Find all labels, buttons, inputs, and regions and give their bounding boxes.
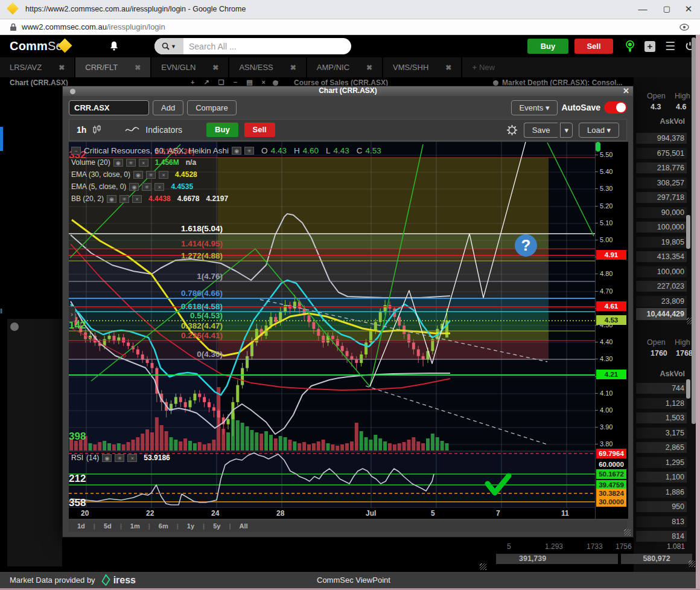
timeframe-All[interactable]: All bbox=[231, 522, 256, 530]
askvol-row[interactable]: 1,886 bbox=[636, 487, 687, 498]
tab-AMP/NIC[interactable]: AMP/NIC✖ bbox=[307, 57, 383, 77]
timeframe-1d[interactable]: 1d bbox=[69, 522, 94, 530]
askvol-row[interactable]: 218,776 bbox=[636, 162, 687, 173]
interval-selector[interactable]: 1h bbox=[77, 125, 86, 135]
timeframe-1m[interactable]: 1m bbox=[122, 522, 148, 530]
askvol-row[interactable]: 1,100 bbox=[636, 472, 687, 483]
askvol-row[interactable]: 814 bbox=[636, 531, 687, 542]
gear-icon[interactable]: ✳ bbox=[126, 159, 136, 167]
autosave-toggle[interactable] bbox=[604, 101, 627, 114]
add-button[interactable]: Add bbox=[153, 100, 183, 115]
askvol-row[interactable]: 813 bbox=[636, 516, 687, 527]
askvol-row[interactable]: 100,000 bbox=[636, 222, 687, 232]
eye-icon[interactable] bbox=[679, 24, 689, 31]
gear-icon[interactable]: ✳ bbox=[244, 147, 254, 155]
askvol-row[interactable]: 23,809 bbox=[636, 296, 687, 307]
collapse-icon[interactable]: − bbox=[71, 147, 81, 155]
browser-scrollbar[interactable] bbox=[692, 37, 696, 424]
search-scope-dropdown[interactable]: ▼ bbox=[154, 38, 183, 54]
tab-ASN/ESS[interactable]: ASN/ESS✖ bbox=[229, 57, 307, 77]
save-caret-button[interactable]: ▾ bbox=[560, 123, 573, 138]
eye-icon[interactable]: ◉ bbox=[133, 171, 143, 179]
save-button[interactable]: Save bbox=[524, 123, 558, 138]
sell-button[interactable]: Sell bbox=[574, 39, 613, 54]
askvol-row[interactable]: 1,128 bbox=[636, 398, 687, 409]
notifications-bell-icon[interactable] bbox=[109, 40, 119, 52]
askvol-row[interactable]: 1,295 bbox=[636, 457, 687, 468]
lightbulb-icon[interactable] bbox=[625, 40, 635, 53]
eye-icon[interactable]: ◉ bbox=[113, 159, 123, 167]
tab-LRS/AVZ[interactable]: LRS/AVZ✖ bbox=[0, 57, 75, 77]
askvol-row[interactable]: 100,000 bbox=[636, 266, 687, 277]
tab-CRR/FLT[interactable]: CRR/FLT✖ bbox=[75, 57, 151, 77]
tab-close-icon[interactable]: ✖ bbox=[366, 63, 372, 72]
chart-window-titlebar[interactable]: Chart (CRR.ASX) ✕ bbox=[63, 86, 633, 96]
chart-window[interactable]: Chart (CRR.ASX) ✕ CRR.ASX Add Compare Ev… bbox=[62, 86, 634, 537]
question-mark-icon[interactable]: ? bbox=[515, 234, 537, 257]
tab-close-icon[interactable]: ✖ bbox=[212, 63, 218, 72]
askvol-row[interactable]: 950 bbox=[636, 501, 687, 512]
left-grip-icon[interactable]: ‖ bbox=[0, 308, 2, 315]
tab-close-icon[interactable]: ✖ bbox=[445, 63, 451, 72]
timeframe-1y[interactable]: 1y bbox=[179, 522, 203, 530]
askvol-row[interactable]: 297,718 bbox=[636, 192, 687, 203]
askvol-row[interactable]: 994,378 bbox=[636, 133, 687, 144]
eye-icon[interactable]: ◉ bbox=[102, 454, 112, 462]
resize-handle[interactable] bbox=[480, 563, 486, 570]
tab-VMS/SHH[interactable]: VMS/SHH✖ bbox=[383, 57, 462, 77]
askvol-row[interactable]: 675,501 bbox=[636, 148, 687, 159]
chart-area[interactable]: 1.618(5.04)1.414(4.95)1.272(4.88)1(4.76)… bbox=[69, 142, 628, 519]
minimize-button[interactable]: — bbox=[634, 2, 652, 17]
scrollbar-thumb[interactable] bbox=[686, 379, 690, 399]
askvol-row[interactable]: 308,257 bbox=[636, 178, 687, 188]
tab-EVN/GLN[interactable]: EVN/GLN✖ bbox=[151, 57, 229, 77]
close-icon[interactable]: × bbox=[159, 171, 168, 179]
eye-icon[interactable]: ◉ bbox=[107, 195, 116, 203]
maximize-button[interactable]: ▢ bbox=[658, 2, 676, 17]
askvol-row[interactable]: 90,000 bbox=[636, 207, 687, 218]
gear-icon[interactable]: ✳ bbox=[115, 454, 124, 462]
url-bar[interactable]: www2.commsec.com.au/iressplugin/login bbox=[0, 19, 700, 35]
price-axis[interactable]: 5.505.405.305.205.105.004.904.804.704.60… bbox=[595, 142, 628, 519]
chart-plot[interactable]: 1.618(5.04)1.414(4.95)1.272(4.88)1(4.76)… bbox=[69, 142, 595, 519]
tab-close-icon[interactable]: ✖ bbox=[290, 63, 296, 72]
search-box[interactable]: ▼ Search All ... bbox=[154, 38, 351, 54]
gear-icon[interactable]: ✳ bbox=[142, 183, 151, 191]
resize-handle[interactable] bbox=[689, 560, 695, 567]
timeframe-5d[interactable]: 5d bbox=[95, 522, 120, 530]
close-icon[interactable]: × bbox=[127, 454, 137, 462]
chart-sell-button[interactable]: Sell bbox=[244, 123, 275, 137]
panel-expander-icon[interactable]: › bbox=[69, 306, 75, 322]
askvol-row[interactable]: 744 bbox=[636, 383, 687, 394]
timeframe-6m[interactable]: 6m bbox=[150, 522, 177, 530]
menu-icon[interactable]: ☰ bbox=[665, 41, 675, 52]
askvol-row[interactable]: 19,805 bbox=[636, 237, 687, 248]
close-icon[interactable]: × bbox=[154, 183, 164, 191]
askvol-row[interactable]: 1,503 bbox=[636, 412, 687, 423]
gear-icon[interactable]: ✳ bbox=[146, 171, 156, 179]
timeframe-5y[interactable]: 5y bbox=[205, 522, 229, 530]
indicators-button[interactable]: Indicators bbox=[145, 125, 182, 135]
tab-close-icon[interactable]: ✖ bbox=[59, 63, 65, 72]
compare-button[interactable]: Compare bbox=[187, 100, 236, 115]
chart-resize-handle[interactable] bbox=[624, 529, 631, 536]
candle-style-icon[interactable] bbox=[92, 124, 102, 135]
eye-icon[interactable]: ◉ bbox=[129, 183, 139, 191]
load-dropdown[interactable]: Load ▾ bbox=[579, 123, 619, 138]
close-icon[interactable]: × bbox=[139, 159, 148, 167]
new-tab-button[interactable]: + New bbox=[462, 57, 504, 77]
add-panel-icon[interactable]: + bbox=[644, 41, 655, 52]
chart-window-close-icon[interactable]: ✕ bbox=[623, 86, 629, 95]
scrollbar-thumb[interactable] bbox=[686, 215, 690, 249]
tab-close-icon[interactable]: ✖ bbox=[135, 63, 141, 72]
askvol-row[interactable]: 2,865 bbox=[636, 442, 687, 453]
close-button[interactable]: ✕ bbox=[679, 2, 698, 17]
buy-button[interactable]: Buy bbox=[527, 39, 568, 54]
askvol-row[interactable]: 227,023 bbox=[636, 281, 687, 292]
gear-icon[interactable]: ✳ bbox=[119, 195, 129, 203]
events-dropdown[interactable]: Events ▾ bbox=[511, 100, 558, 115]
chart-buy-button[interactable]: Buy bbox=[206, 123, 238, 137]
eye-icon[interactable]: ◉ bbox=[232, 147, 241, 155]
search-input[interactable]: Search All ... bbox=[183, 42, 237, 51]
askvol-row[interactable]: 3,175 bbox=[636, 428, 687, 438]
